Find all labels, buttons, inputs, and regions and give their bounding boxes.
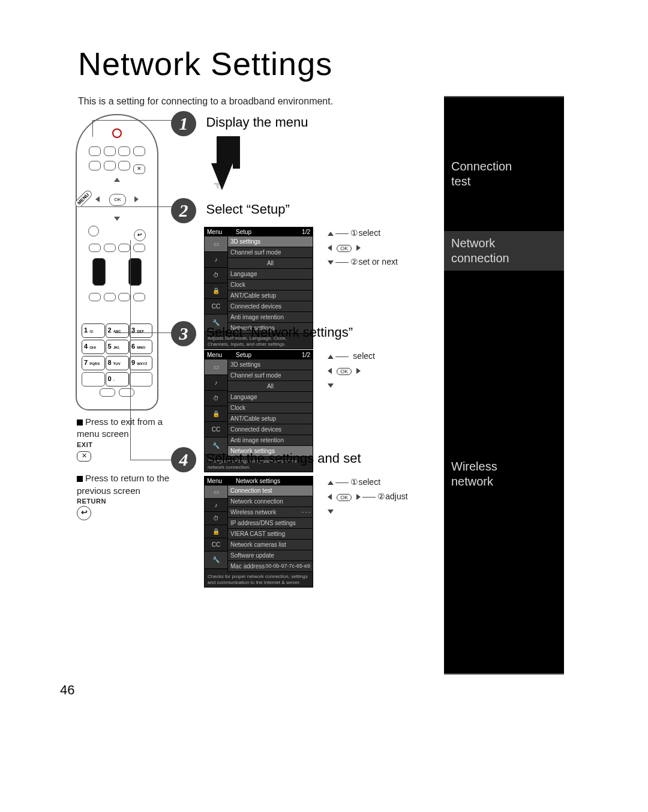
return-button[interactable]: ↩ [134,229,146,241]
remote-button[interactable] [118,146,130,156]
dpad[interactable]: OK [95,178,139,221]
menu-item[interactable]: 3D settings [228,236,313,247]
menu-page-indicator: 1/2 [291,227,313,236]
keypad-key[interactable]: 0 - [106,372,129,386]
menu-item[interactable]: Network cameras list [228,540,313,550]
keypad-key[interactable] [82,372,105,386]
menu-category-icon[interactable]: 🔧 [205,552,227,569]
menu-category-icon[interactable]: ▭ [205,359,227,375]
menu-item[interactable]: Wireless network- - - [228,507,313,518]
remote-button[interactable] [104,293,116,301]
remote-button[interactable] [133,293,145,301]
menu-category-icon[interactable]: ▭ [205,236,227,252]
menu-item[interactable]: All [228,258,313,269]
menu-panel-network-settings: Menu Network settings ▭♪⏱🔒CC🔧 Connection… [204,476,313,588]
keypad-key[interactable]: 1 @. [82,323,105,338]
menu-header-label: Menu [205,477,233,486]
rocker-button[interactable] [92,258,106,286]
keypad-key[interactable]: 7 PQRS [82,356,105,370]
menu-item[interactable]: Mac address00-0b-97-7c-65-e9 [228,561,313,572]
menu-category-icon[interactable]: ⏱ [205,391,227,406]
menu-category-icon[interactable]: ♪ [205,252,227,268]
menu-item[interactable]: Language [228,392,313,403]
menu-item[interactable]: Clock [228,280,313,290]
remote-button[interactable] [89,244,101,252]
keypad-key[interactable]: 4 GHI [82,340,105,354]
menu-item[interactable]: Software update [228,550,313,561]
keypad-key[interactable]: 6 MNO [129,340,152,354]
keypad-key[interactable]: 9 WXYZ [129,356,152,370]
menu-item[interactable]: Connection test [228,486,313,496]
remote-button[interactable] [133,244,145,252]
ok-button[interactable]: OK [109,194,126,206]
power-icon[interactable] [112,128,122,138]
circled-one-icon: ① [350,228,358,238]
menu-item[interactable]: Clock [228,403,313,414]
keypad-key[interactable] [129,372,152,386]
arrow-right-icon[interactable] [134,196,139,202]
remote-button[interactable] [133,146,145,156]
menu-item[interactable]: All [228,381,313,392]
remote-button[interactable] [118,161,130,170]
menu-page-indicator: 1/2 [291,350,313,359]
menu-item[interactable]: Channel surf mode [228,370,313,381]
menu-category-icon[interactable]: ♪ [205,499,227,512]
menu-item[interactable]: 3D settings [228,359,313,370]
remote-button[interactable] [104,146,116,156]
remote-button[interactable] [89,293,101,301]
menu-category-icon[interactable]: CC [205,299,227,314]
remote-button[interactable] [88,226,99,236]
remote-button[interactable] [89,146,101,156]
remote-button[interactable] [119,388,134,397]
sidebar: Connection test Network connection Wirel… [444,96,564,675]
arrow-down-icon [328,383,334,388]
keypad-key[interactable]: 3 DEF [129,323,152,338]
remote-button[interactable] [104,161,116,170]
bullet-icon [77,476,83,482]
menu-item[interactable]: ANT/Cable setup [228,290,313,301]
menu-item[interactable]: Anti image retention [228,435,313,446]
menu-item[interactable]: Network connectionWireless (WiFi) [228,496,313,507]
remote-button[interactable] [118,293,130,301]
remote-button[interactable] [89,161,101,170]
menu-category-icon[interactable]: 🔒 [205,406,227,422]
menu-item[interactable]: IP address/DNS settings [228,518,313,529]
note-return: Press to return to the previous screen [77,473,169,495]
exit-label: EXIT [77,441,173,450]
arrow-down-icon[interactable] [114,217,120,221]
menu-item[interactable]: Language [228,269,313,280]
menu-category-icon[interactable]: ⏱ [205,512,227,525]
menu-category-icon[interactable]: 🔒 [205,283,227,299]
arrow-up-icon[interactable] [114,178,120,182]
arrow-up-icon [328,481,334,485]
menu-category-icon[interactable]: ♪ [205,375,227,391]
remote-button[interactable] [100,388,115,397]
keypad-key[interactable]: 8 TUV [106,356,129,370]
ok-button-icon: OK [337,368,352,375]
menu-category-icon[interactable]: ▭ [205,486,227,499]
menu-item[interactable]: Channel surf mode [228,247,313,258]
annot-select: select [353,351,375,361]
menu-item[interactable]: VIERA CAST setting [228,529,313,540]
menu-item[interactable]: Connected devices [228,301,313,312]
arrow-left-icon [328,245,332,251]
menu-category-icon[interactable]: ⏱ [205,268,227,283]
menu-item[interactable]: Connected devices [228,424,313,435]
menu-item[interactable]: ANT/Cable setup [228,414,313,424]
note-exit: Press to exit from a menu screen [77,417,163,439]
ok-button-icon: OK [337,494,352,501]
remote-button[interactable] [104,244,116,252]
remote-button[interactable] [118,244,130,252]
exit-button[interactable]: ✕ [133,164,145,174]
menu-header-label: Menu [205,350,233,359]
menu-category-icon[interactable]: 🔒 [205,525,227,538]
annot-adjust: adjust [385,492,407,501]
remote-control: ✕ MENU OK ↩ [76,114,158,411]
arrow-left-icon[interactable] [95,196,100,202]
circled-two-icon: ② [377,492,385,501]
keypad-key[interactable]: 2 ABC [106,323,129,338]
menu-category-icon[interactable]: CC [205,422,227,438]
keypad-key[interactable]: 5 JKL [106,340,129,354]
menu-category-icon[interactable]: CC [205,538,227,552]
step-title: Select “Setup” [206,198,289,217]
